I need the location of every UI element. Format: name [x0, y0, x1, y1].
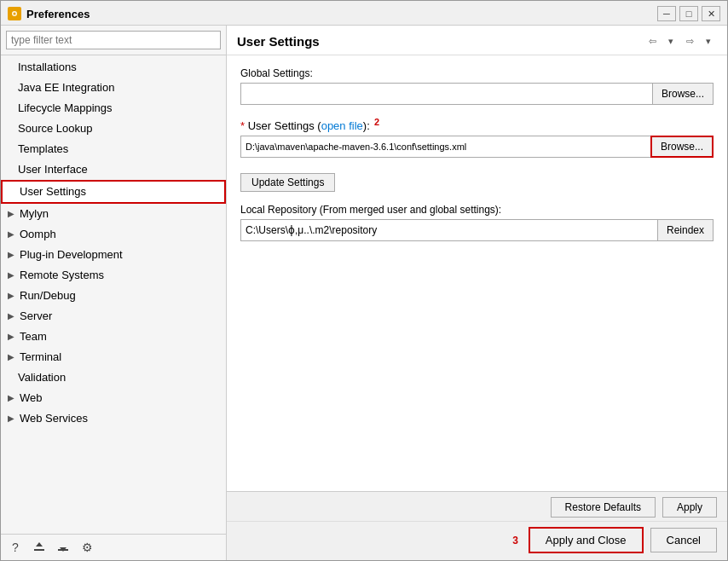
settings-icon-button[interactable]: ⚙ [78, 538, 96, 557]
tree-item-lifecycle[interactable]: Lifecycle Mappings [1, 98, 226, 119]
final-row: 3 Apply and Close Cancel [227, 522, 727, 560]
user-settings-group: * User Settings (open file): 2 Browse... [240, 117, 714, 158]
restore-apply-row: Restore Defaults Apply [227, 492, 727, 522]
forward-dropdown-button[interactable]: ▾ [700, 32, 717, 49]
tree-arrow-server: ▶ [8, 308, 16, 325]
tree-label-server: Server [20, 308, 52, 325]
user-settings-row: Browse... [240, 136, 714, 158]
user-settings-input[interactable] [240, 136, 650, 158]
export-preferences-button[interactable] [54, 538, 72, 557]
reindex-button[interactable]: Reindex [657, 219, 714, 241]
close-button[interactable]: ✕ [702, 6, 720, 21]
tree-label-team: Team [20, 328, 47, 345]
tree-item-server[interactable]: ▶ Server [1, 306, 226, 327]
user-settings-label: * User Settings (open file): 2 [240, 117, 714, 132]
local-repo-group: Local Repository (From merged user and g… [240, 204, 714, 241]
global-settings-row: Browse... [240, 83, 714, 105]
tree-label-remote-systems: Remote Systems [20, 267, 104, 284]
panel-title: User Settings [237, 34, 320, 49]
title-bar: Preferences ─ □ ✕ [1, 1, 727, 26]
global-settings-label: Global Settings: [240, 67, 714, 79]
tree-item-validation[interactable]: Validation [1, 367, 226, 388]
tree-arrow-team: ▶ [8, 328, 16, 345]
maximize-button[interactable]: □ [679, 6, 698, 21]
tree-item-run-debug[interactable]: ▶ Run/Debug [1, 286, 226, 306]
import-preferences-button[interactable] [30, 538, 49, 557]
tree-item-user-settings[interactable]: User Settings [1, 180, 226, 204]
local-repo-row: Reindex [240, 219, 714, 241]
badge-3: 3 [512, 535, 518, 547]
user-browse-button[interactable]: Browse... [650, 136, 714, 158]
nav-buttons: ⇦ ▾ ⇨ ▾ [644, 32, 717, 49]
window-controls: ─ □ ✕ [657, 6, 720, 21]
right-body: Global Settings: Browse... * User Settin… [227, 55, 727, 491]
tree-item-oomph[interactable]: ▶ Oomph [1, 224, 226, 245]
bottom-bar: Restore Defaults Apply 3 Apply and Close… [227, 491, 727, 560]
tree-item-java-ee[interactable]: Java EE Integration [1, 78, 226, 98]
dialog-title: Preferences [26, 8, 657, 20]
tree-arrow-web-services: ▶ [8, 410, 16, 427]
back-dropdown-button[interactable]: ▾ [662, 32, 679, 49]
minimize-button[interactable]: ─ [657, 6, 676, 21]
search-box [1, 26, 226, 55]
svg-rect-3 [34, 549, 44, 551]
cancel-button[interactable]: Cancel [650, 528, 717, 552]
right-header: User Settings ⇦ ▾ ⇨ ▾ [227, 26, 727, 55]
left-bottom-bar: ? ⚙ [1, 534, 226, 560]
back-button[interactable]: ⇦ [644, 32, 661, 49]
main-content: Installations Java EE Integration Lifecy… [1, 26, 727, 560]
required-indicator: * [240, 119, 248, 132]
tree-item-source-lookup[interactable]: Source Lookup [1, 119, 226, 139]
tree-arrow-web: ▶ [8, 390, 16, 407]
update-settings-button[interactable]: Update Settings [240, 173, 335, 192]
local-repo-input[interactable] [240, 219, 657, 241]
tree-item-templates[interactable]: Templates [1, 139, 226, 159]
tree-label-terminal: Terminal [20, 349, 61, 366]
tree-arrow-run-debug: ▶ [8, 287, 16, 304]
tree-item-team[interactable]: ▶ Team [1, 327, 226, 347]
tree-area[interactable]: Installations Java EE Integration Lifecy… [1, 55, 226, 534]
left-panel: Installations Java EE Integration Lifecy… [1, 26, 227, 560]
tree-arrow-remote-systems: ▶ [8, 267, 16, 284]
tree-arrow-oomph: ▶ [8, 226, 16, 243]
tree-arrow-mylyn: ▶ [8, 205, 16, 223]
tree-item-plugin-dev[interactable]: ▶ Plug-in Development [1, 245, 226, 265]
tree-item-mylyn[interactable]: ▶ Mylyn [1, 204, 226, 224]
user-settings-label-end: ): [363, 119, 370, 132]
tree-item-terminal[interactable]: ▶ Terminal [1, 347, 226, 367]
tree-item-remote-systems[interactable]: ▶ Remote Systems [1, 265, 226, 286]
local-repo-label: Local Repository (From merged user and g… [240, 204, 714, 216]
tree-label-oomph: Oomph [20, 226, 56, 243]
tree-arrow-plugin-dev: ▶ [8, 246, 16, 263]
tree-item-web-services[interactable]: ▶ Web Services [1, 408, 226, 429]
global-settings-group: Global Settings: Browse... [240, 67, 714, 105]
tree-arrow-terminal: ▶ [8, 349, 16, 366]
tree-item-web[interactable]: ▶ Web [1, 388, 226, 408]
badge-2: 2 [374, 117, 379, 127]
forward-button[interactable]: ⇨ [681, 32, 698, 49]
tree-item-installations[interactable]: Installations [1, 57, 226, 78]
update-settings-group: Update Settings [240, 170, 714, 192]
svg-marker-4 [36, 542, 43, 547]
apply-close-button[interactable]: Apply and Close [529, 527, 644, 553]
tree-label-web-services: Web Services [20, 410, 88, 427]
tree-item-user-interface[interactable]: User Interface [1, 159, 226, 180]
restore-defaults-button[interactable]: Restore Defaults [551, 497, 656, 518]
preferences-dialog: Preferences ─ □ ✕ Installations Java EE … [0, 0, 728, 561]
global-settings-input[interactable] [240, 83, 652, 105]
tree-label-run-debug: Run/Debug [20, 287, 76, 304]
global-browse-button[interactable]: Browse... [652, 83, 714, 105]
svg-point-2 [14, 13, 16, 15]
right-panel: User Settings ⇦ ▾ ⇨ ▾ Global Settings: B… [227, 26, 727, 560]
apply-button[interactable]: Apply [662, 497, 717, 518]
help-icon-button[interactable]: ? [6, 538, 25, 557]
tree-label-mylyn: Mylyn [20, 205, 49, 223]
open-file-link[interactable]: open file [321, 119, 363, 132]
app-icon [8, 7, 21, 20]
tree-label-web: Web [20, 390, 43, 407]
tree-label-plugin-dev: Plug-in Development [20, 246, 123, 263]
user-settings-label-text: User Settings ( [248, 119, 321, 132]
search-input[interactable] [6, 31, 221, 49]
